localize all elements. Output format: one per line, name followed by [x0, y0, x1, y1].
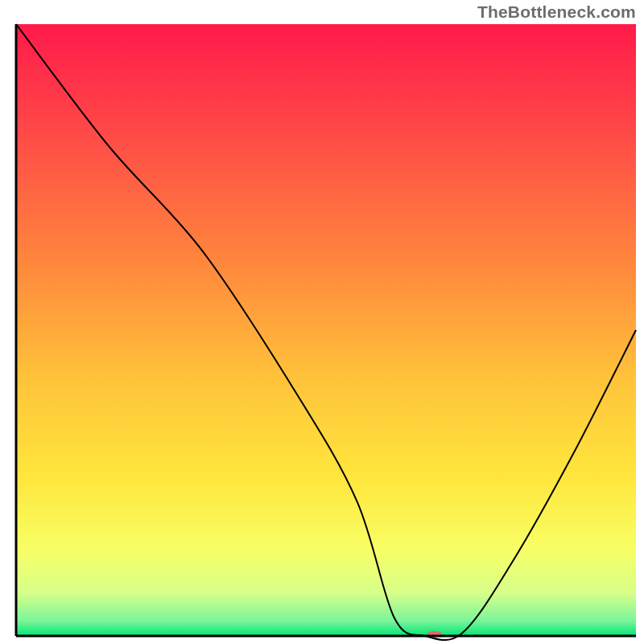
chart-container: TheBottleneck.com	[0, 0, 644, 644]
bottleneck-chart	[0, 0, 644, 644]
watermark-text: TheBottleneck.com	[477, 2, 636, 22]
plot-background	[16, 24, 636, 636]
